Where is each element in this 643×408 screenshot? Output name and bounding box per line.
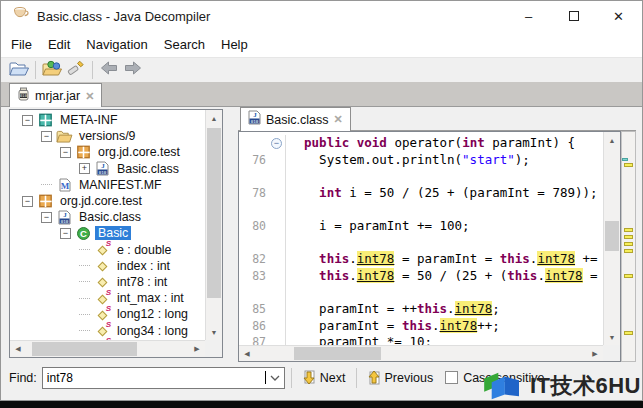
back-button[interactable] — [97, 60, 121, 81]
tree-horizontal-scrollbar[interactable]: ◀ ▶ — [10, 340, 205, 357]
open-file-button[interactable] — [7, 60, 31, 81]
scroll-down-icon[interactable]: ▼ — [604, 329, 620, 345]
minimize-button[interactable]: – — [506, 1, 551, 31]
scroll-left-icon[interactable]: ◀ — [239, 346, 255, 362]
scroll-right-icon[interactable]: ▶ — [587, 346, 603, 362]
menu-item-navigation[interactable]: Navigation — [78, 34, 155, 55]
find-input[interactable]: int78 — [42, 367, 285, 389]
search-button[interactable] — [64, 60, 88, 81]
search-result-marker[interactable] — [624, 274, 633, 278]
static-field-icon: S — [96, 308, 109, 321]
code-horizontal-scrollbar[interactable]: ◀ ▶ — [239, 345, 603, 361]
code-line[interactable]: 78 int i = 50 / (25 + (paramInt = 789)); — [239, 185, 603, 202]
panel-splitter[interactable] — [225, 107, 237, 362]
screenshot-root: Basic.class - Java Decompiler – ✕ FileEd… — [0, 0, 643, 408]
scroll-up-icon[interactable]: ▲ — [206, 110, 222, 126]
jar-tab[interactable]: 010 mrjar.jar ✕ — [9, 83, 102, 108]
find-next-button[interactable]: Next — [298, 368, 350, 387]
window-controls: – ✕ — [506, 1, 641, 31]
gutter: − — [271, 135, 286, 152]
open-type-icon — [42, 60, 63, 81]
code-line[interactable]: 87 paramInt *= 10; — [239, 334, 603, 345]
package-teal-icon — [37, 113, 54, 127]
tree-expander-minus[interactable]: − — [22, 196, 33, 207]
fold-collapse-icon[interactable]: − — [271, 138, 282, 149]
search-result-marker[interactable] — [624, 235, 633, 239]
search-result-marker[interactable] — [624, 163, 633, 167]
field-icon — [96, 275, 109, 288]
code-line[interactable]: 80 i = paramInt += 100; — [239, 218, 603, 235]
find-value[interactable]: int78 — [43, 371, 265, 385]
code-tab[interactable]: J010 Basic.class ✕ — [240, 107, 351, 131]
tree-expander-plus[interactable]: + — [79, 163, 90, 174]
close-button[interactable]: ✕ — [596, 1, 641, 31]
code-vertical-scrollbar[interactable]: ▲ ▼ — [603, 132, 620, 345]
search-result-marker[interactable] — [624, 249, 633, 253]
code-line[interactable]: 83 this.int78 = 50 / (25 + (this.int78 =… — [239, 268, 603, 285]
tree-connector — [79, 281, 90, 282]
open-type-button[interactable] — [40, 60, 64, 81]
tree-item[interactable]: −org.jd.core.test — [10, 144, 205, 160]
forward-icon — [124, 61, 142, 79]
code-line[interactable]: 86 paramInt = this.int78++; — [239, 318, 603, 335]
forward-button[interactable] — [121, 60, 145, 81]
tree-expander-minus[interactable]: − — [22, 115, 33, 126]
tree-item[interactable]: Se : double — [10, 242, 205, 258]
gutter — [271, 268, 286, 285]
tree-expander-minus[interactable]: − — [60, 147, 71, 158]
code-line[interactable] — [239, 235, 603, 252]
tree-item-label: long12 : long — [114, 307, 191, 321]
scrollbar-thumb[interactable] — [605, 221, 619, 251]
scroll-right-icon[interactable]: ▶ — [189, 341, 205, 357]
code-text: int i = 50 / (25 + (paramInt = 789)); — [286, 185, 598, 202]
search-result-marker[interactable] — [624, 228, 633, 232]
scroll-up-icon[interactable]: ▲ — [604, 132, 620, 148]
scrollbar-thumb[interactable] — [207, 128, 221, 298]
class-file-icon: J010 — [248, 110, 261, 129]
caret-marker[interactable] — [622, 158, 628, 161]
scroll-down-icon[interactable]: ▼ — [206, 324, 222, 340]
tree-vertical-scrollbar[interactable]: ▲ ▼ — [205, 110, 222, 340]
code-text: this.int78 = 50 / (25 + (this.int78 = 78… — [286, 268, 603, 285]
tree-item[interactable]: −J010Basic.class — [10, 209, 205, 225]
package-orange-icon — [75, 145, 92, 159]
tree-item[interactable]: −versions/9 — [10, 128, 205, 144]
search-result-marker[interactable] — [624, 242, 633, 246]
gutter — [271, 301, 286, 318]
tree-expander-minus[interactable]: − — [41, 131, 52, 142]
combo-dropdown-button[interactable] — [266, 368, 284, 388]
code-line[interactable]: 76 System.out.println("start"); — [239, 152, 603, 169]
menu-item-help[interactable]: Help — [213, 34, 256, 55]
case-sensitive-checkbox[interactable] — [445, 371, 458, 384]
code-line[interactable]: 82 this.int78 = paramInt = this.int78 +=… — [239, 251, 603, 268]
svg-text:010: 010 — [99, 170, 107, 175]
svg-text:010: 010 — [20, 93, 28, 98]
find-previous-button[interactable]: Previous — [363, 368, 438, 387]
tree-item[interactable]: MMANIFEST.MF — [10, 177, 205, 193]
search-result-marker[interactable] — [624, 331, 633, 335]
field-static-icon: S — [94, 324, 111, 337]
line-number: 85 — [239, 301, 271, 318]
jar-tab-close-icon[interactable]: ✕ — [85, 90, 94, 103]
tree-item[interactable]: index : int — [10, 258, 205, 274]
tree-item[interactable]: −org.jd.core.test — [10, 193, 205, 209]
code-line[interactable] — [239, 201, 603, 218]
code-line[interactable]: − public void operator(int paramInt) { — [239, 135, 603, 152]
code-tab-close-icon[interactable]: ✕ — [334, 113, 343, 126]
menu-item-edit[interactable]: Edit — [40, 34, 78, 55]
code-area[interactable]: − public void operator(int paramInt) {76… — [239, 132, 603, 345]
tree-expander-minus[interactable]: − — [60, 228, 71, 239]
tree-item[interactable]: −META-INF — [10, 112, 205, 128]
code-line[interactable] — [239, 168, 603, 185]
menu-item-file[interactable]: File — [3, 34, 40, 55]
maximize-button[interactable] — [551, 1, 596, 31]
menu-item-search[interactable]: Search — [156, 34, 213, 55]
code-line[interactable] — [239, 284, 603, 301]
scrollbar-thumb[interactable] — [294, 347, 381, 360]
scroll-left-icon[interactable]: ◀ — [10, 341, 26, 357]
scrollbar-thumb[interactable] — [32, 342, 137, 356]
folder-open-icon — [56, 130, 73, 143]
code-line[interactable]: 85 paramInt = ++this.int78; — [239, 301, 603, 318]
tree-item[interactable]: +J010Basic.class — [10, 161, 205, 177]
tree-expander-minus[interactable]: − — [41, 212, 52, 223]
